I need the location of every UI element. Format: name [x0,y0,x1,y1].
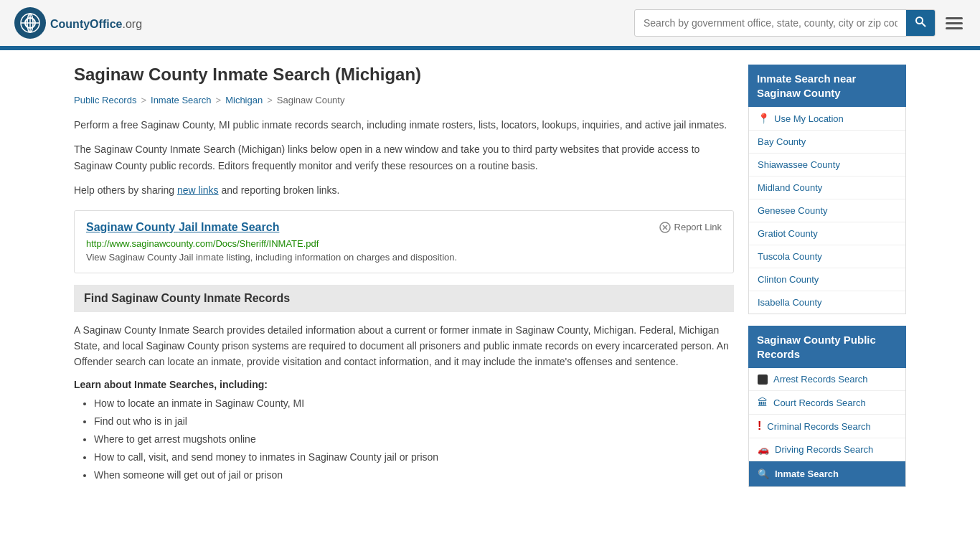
report-link-label: Report Link [674,222,722,232]
link-card-header: Saginaw County Jail Inmate Search Report… [86,221,722,234]
breadcrumb-public-records[interactable]: Public Records [74,95,136,105]
intro3-post-text: and reporting broken links. [219,184,340,196]
logo-area: CountyOffice.org [14,7,142,39]
criminal-records-label: Criminal Records Search [767,421,871,432]
sidebar-link-midland-county[interactable]: Midland County [749,176,905,199]
intro-paragraph-2: The Saginaw County Inmate Search (Michig… [74,141,734,174]
svg-point-5 [916,17,923,24]
main-container: Saginaw County Inmate Search (Michigan) … [60,50,920,513]
location-pin-icon: 📍 [758,113,770,124]
arrest-records-label: Arrest Records Search [773,374,868,385]
intro-paragraph-1: Perform a free Saginaw County, MI public… [74,117,734,133]
sidebar-nearby-title: Inmate Search near Saginaw County [748,65,906,107]
nearby-list: 📍 Use My Location Bay County Shiawassee … [748,107,906,314]
link-card-url: http://www.saginawcounty.com/Docs/Sherif… [86,238,722,249]
driving-icon: 🚗 [758,444,769,455]
link-card-title[interactable]: Saginaw County Jail Inmate Search [86,221,279,234]
hamburger-menu-button[interactable] [943,14,966,32]
sidebar-nearby-title-text: Inmate Search near Saginaw County [757,72,856,99]
bullet-item: How to locate an inmate in Saginaw Count… [94,396,734,411]
link-card-description: View Saginaw County Jail inmate listing,… [86,252,722,263]
court-records-link[interactable]: 🏛 Court Records Search [749,391,905,415]
inmate-search-label: Inmate Search [775,468,839,479]
bullet-item: When someone will get out of jail or pri… [94,468,734,483]
driving-records-label: Driving Records Search [775,444,873,455]
breadcrumb-sep-2: > [216,95,222,105]
inmate-search-bar[interactable]: 🔍 Inmate Search [749,461,905,486]
breadcrumb-sep-1: > [141,95,146,105]
search-input[interactable] [635,11,906,34]
public-records-section: Saginaw County Public Records Arrest Rec… [748,326,906,487]
sidebar-link-genesee-county[interactable]: Genesee County [749,199,905,222]
svg-line-6 [922,23,925,27]
bullet-list: How to locate an inmate in Saginaw Count… [74,396,734,483]
report-icon [659,222,671,233]
intro-paragraph-3: Help others by sharing new links and rep… [74,182,734,198]
breadcrumb-saginaw: Saginaw County [277,95,345,105]
page-title: Saginaw County Inmate Search (Michigan) [74,65,734,85]
sidebar-public-records-title: Saginaw County Public Records [748,326,906,368]
use-my-location-link[interactable]: Use My Location [774,113,844,124]
breadcrumb-michigan[interactable]: Michigan [225,95,263,105]
sidebar-link-isabella-county[interactable]: Isabella County [749,291,905,314]
find-records-body: A Saginaw County Inmate Search provides … [74,322,734,370]
bullet-item: Where to get arrest mugshots online [94,432,734,447]
intro3-pre-text: Help others by sharing [74,184,177,196]
logo-text: CountyOffice.org [50,15,142,32]
learn-heading: Learn about Inmate Searches, including: [74,379,734,390]
sidebar-link-gratiot-county[interactable]: Gratiot County [749,222,905,245]
find-records-section-header: Find Saginaw County Inmate Records [74,285,734,312]
sidebar-link-tuscola-county[interactable]: Tuscola County [749,245,905,268]
breadcrumb-inmate-search[interactable]: Inmate Search [151,95,212,105]
use-location-row: 📍 Use My Location [749,107,905,131]
nearby-section: Inmate Search near Saginaw County 📍 Use … [748,65,906,314]
criminal-icon: ! [758,420,761,432]
breadcrumb: Public Records > Inmate Search > Michiga… [74,95,734,105]
driving-records-link[interactable]: 🚗 Driving Records Search [749,438,905,461]
inmate-search-icon: 🔍 [758,468,769,479]
public-records-list: Arrest Records Search 🏛 Court Records Se… [748,368,906,487]
sidebar: Inmate Search near Saginaw County 📍 Use … [748,65,906,499]
logo-ext: .org [122,18,142,30]
link-card: Saginaw County Jail Inmate Search Report… [74,210,734,273]
sidebar-link-bay-county[interactable]: Bay County [749,131,905,154]
header-right [634,9,966,37]
breadcrumb-sep-3: > [267,95,273,105]
logo-icon [14,7,46,39]
search-bar [634,9,936,37]
main-content: Saginaw County Inmate Search (Michigan) … [74,65,734,499]
sidebar-public-records-title-text: Saginaw County Public Records [757,334,876,360]
new-links-link[interactable]: new links [177,184,219,196]
search-button[interactable] [906,10,935,36]
arrest-icon [758,375,768,385]
bullet-item: Find out who is in jail [94,414,734,429]
court-records-label: Court Records Search [773,397,866,408]
arrest-records-link[interactable]: Arrest Records Search [749,368,905,391]
criminal-records-link[interactable]: ! Criminal Records Search [749,415,905,438]
report-link-button[interactable]: Report Link [659,222,722,233]
court-icon: 🏛 [758,397,768,408]
site-header: CountyOffice.org [0,0,980,48]
sidebar-link-shiawassee-county[interactable]: Shiawassee County [749,154,905,176]
sidebar-link-clinton-county[interactable]: Clinton County [749,268,905,291]
bullet-item: How to call, visit, and send money to in… [94,450,734,465]
